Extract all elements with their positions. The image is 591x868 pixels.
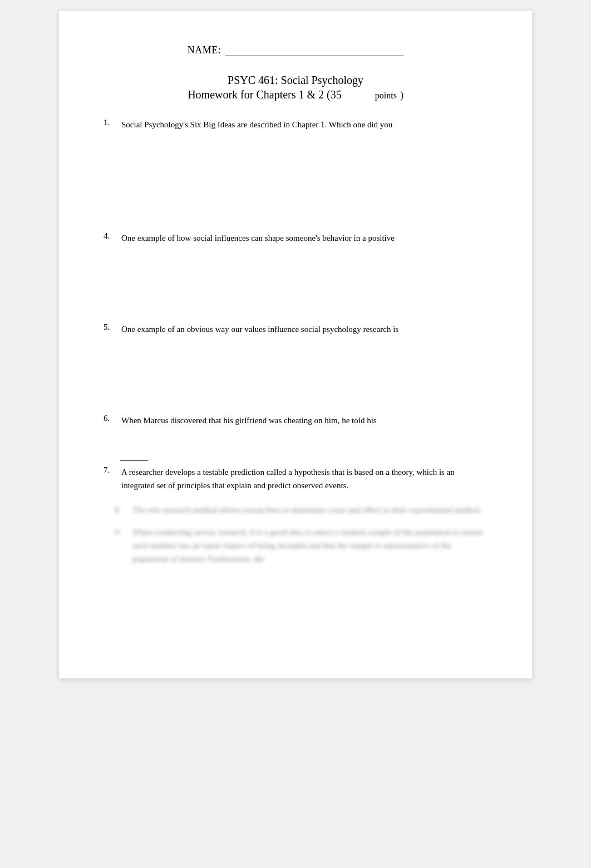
question-9-row: 9. When conducting survey research, it i… — [115, 525, 487, 566]
question-9-number: 9. — [115, 525, 132, 539]
question-7-text: A researcher develops a testable predict… — [121, 465, 487, 492]
question-6-number: 6. — [104, 414, 121, 423]
question-4-row: 4. One example of how social influences … — [104, 231, 487, 245]
question-7-block: 7. A researcher develops a testable pred… — [104, 465, 487, 492]
question-9-block: 9. When conducting survey research, it i… — [115, 525, 487, 566]
question-9-text: When conducting survey research, it is a… — [132, 525, 487, 566]
document-page: NAME: PSYC 461: Social Psychology Homewo… — [59, 11, 532, 678]
question-8-row: 8. The role research method allows resea… — [115, 503, 487, 517]
course-title: PSYC 461: Social Psychology — [104, 72, 487, 88]
points-section: points ) — [375, 90, 403, 101]
question-8-block: 8. The role research method allows resea… — [115, 503, 487, 517]
question-5-number: 5. — [104, 323, 121, 332]
question-6-block: 6. When Marcus discovered that his girlf… — [104, 414, 487, 427]
name-section: NAME: — [104, 44, 487, 56]
name-label: NAME: — [188, 44, 221, 56]
question-8-number: 8. — [115, 503, 132, 517]
question-1-row: 1. Social Psychology's Six Big Ideas are… — [104, 118, 487, 131]
homework-subtitle-text: Homework for Chapters 1 & 2 (35 — [188, 88, 342, 101]
question-1-block: 1. Social Psychology's Six Big Ideas are… — [104, 118, 487, 131]
homework-title: Homework for Chapters 1 & 2 (35 points ) — [104, 88, 487, 101]
points-label: points — [375, 91, 397, 101]
question-4-text: One example of how social influences can… — [121, 231, 487, 245]
question-5-row: 5. One example of an obvious way our val… — [104, 323, 487, 336]
section-divider — [120, 460, 148, 461]
name-underline-field — [225, 45, 403, 56]
question-4-block: 4. One example of how social influences … — [104, 231, 487, 245]
question-5-block: 5. One example of an obvious way our val… — [104, 323, 487, 336]
question-1-text: Social Psychology's Six Big Ideas are de… — [121, 118, 487, 131]
question-7-number: 7. — [104, 465, 121, 475]
document-header: PSYC 461: Social Psychology Homework for… — [104, 72, 487, 101]
questions-section: 1. Social Psychology's Six Big Ideas are… — [104, 118, 487, 566]
question-1-number: 1. — [104, 118, 121, 127]
question-5-text: One example of an obvious way our values… — [121, 323, 487, 336]
question-7-row: 7. A researcher develops a testable pred… — [104, 465, 487, 492]
question-4-number: 4. — [104, 231, 121, 241]
points-paren: ) — [400, 90, 403, 101]
question-6-text: When Marcus discovered that his girlfrie… — [121, 414, 487, 427]
question-8-text: The role research method allows research… — [132, 503, 487, 517]
question-6-row: 6. When Marcus discovered that his girlf… — [104, 414, 487, 427]
